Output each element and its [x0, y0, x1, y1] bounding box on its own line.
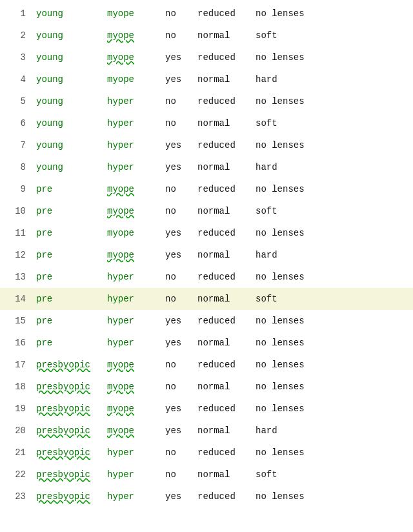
age-value: young	[36, 74, 107, 85]
table-row: 11premyopeyesreducedno lenses	[0, 222, 413, 244]
row-number: 8	[5, 162, 36, 172]
tear-value: reduced	[197, 228, 256, 238]
tear-value: normal	[197, 162, 256, 172]
lenses-value: no lenses	[256, 382, 314, 392]
lenses-value: soft	[256, 469, 314, 480]
lenses-value: no lenses	[256, 140, 314, 150]
age-value: presbyopic	[36, 447, 107, 458]
age-value: young	[36, 118, 107, 128]
spec-value: hyper	[107, 140, 165, 150]
spec-value: myope	[107, 184, 165, 194]
tear-value: normal	[197, 338, 256, 348]
astig-value: no	[165, 272, 197, 282]
age-value: young	[36, 162, 107, 172]
spec-value: myope	[107, 8, 165, 19]
tear-value: normal	[197, 206, 256, 216]
astig-value: no	[165, 469, 197, 480]
tear-value: normal	[197, 118, 256, 128]
tear-value: reduced	[197, 316, 256, 326]
table-row: 16prehyperyesnormalno lenses	[0, 332, 413, 354]
age-value: presbyopic	[36, 382, 107, 392]
lenses-value: no lenses	[256, 96, 314, 107]
age-value: pre	[36, 206, 107, 216]
row-number: 5	[5, 96, 36, 107]
tear-value: normal	[197, 250, 256, 260]
astig-value: yes	[165, 52, 197, 63]
age-value: presbyopic	[36, 404, 107, 414]
table-row: 14prehypernonormalsoft	[0, 288, 413, 310]
spec-value: myope	[107, 360, 165, 370]
age-value: presbyopic	[36, 469, 107, 480]
tear-value: normal	[197, 469, 256, 480]
astig-value: yes	[165, 162, 197, 172]
lenses-value: hard	[256, 425, 314, 436]
age-value: pre	[36, 316, 107, 326]
spec-value: hyper	[107, 491, 165, 502]
row-number: 17	[5, 360, 36, 370]
spec-value: myope	[107, 52, 165, 63]
table-row: 2youngmyopenonormalsoft	[0, 25, 413, 46]
tear-value: normal	[197, 425, 256, 436]
lenses-value: no lenses	[256, 52, 314, 63]
tear-value: reduced	[197, 360, 256, 370]
lenses-value: hard	[256, 162, 314, 172]
table-row: 23presbyopichyperyesreducedno lenses	[0, 486, 413, 507]
lenses-value: no lenses	[256, 228, 314, 238]
row-number: 13	[5, 272, 36, 282]
lenses-value: no lenses	[256, 8, 314, 19]
age-value: young	[36, 30, 107, 41]
table-row: 17presbyopicmyopenoreducedno lenses	[0, 354, 413, 376]
age-value: young	[36, 96, 107, 107]
lenses-value: no lenses	[256, 338, 314, 348]
row-number: 2	[5, 30, 36, 41]
table-row: 20presbyopicmyopeyesnormalhard	[0, 420, 413, 442]
age-value: pre	[36, 338, 107, 348]
row-number: 18	[5, 382, 36, 392]
tear-value: reduced	[197, 52, 256, 63]
astig-value: yes	[165, 404, 197, 414]
spec-value: hyper	[107, 294, 165, 304]
astig-value: no	[165, 118, 197, 128]
lenses-value: no lenses	[256, 360, 314, 370]
astig-value: yes	[165, 250, 197, 260]
table-row: 10premyopenonormalsoft	[0, 200, 413, 222]
spec-value: hyper	[107, 96, 165, 107]
spec-value: hyper	[107, 118, 165, 128]
row-number: 20	[5, 425, 36, 436]
row-number: 6	[5, 118, 36, 128]
row-number: 7	[5, 140, 36, 150]
astig-value: yes	[165, 74, 197, 85]
table-row: 13prehypernoreducedno lenses	[0, 266, 413, 288]
row-number: 4	[5, 74, 36, 85]
tear-value: reduced	[197, 404, 256, 414]
table-row: 1youngmyopenoreducedno lenses	[0, 3, 413, 25]
spec-value: myope	[107, 404, 165, 414]
spec-value: hyper	[107, 447, 165, 458]
tear-value: normal	[197, 294, 256, 304]
astig-value: no	[165, 360, 197, 370]
spec-value: myope	[107, 30, 165, 41]
lenses-value: soft	[256, 206, 314, 216]
tear-value: reduced	[197, 140, 256, 150]
lenses-value: no lenses	[256, 184, 314, 194]
astig-value: no	[165, 8, 197, 19]
astig-value: no	[165, 382, 197, 392]
tear-value: normal	[197, 30, 256, 41]
age-value: pre	[36, 228, 107, 238]
astig-value: no	[165, 30, 197, 41]
age-value: pre	[36, 250, 107, 260]
age-value: presbyopic	[36, 360, 107, 370]
lenses-value: hard	[256, 250, 314, 260]
lenses-value: no lenses	[256, 404, 314, 414]
table-row: 7younghyperyesreducedno lenses	[0, 134, 413, 156]
astig-value: yes	[165, 228, 197, 238]
table-row: 8younghyperyesnormalhard	[0, 156, 413, 178]
table-row: 9premyopenoreducedno lenses	[0, 178, 413, 200]
astig-value: yes	[165, 338, 197, 348]
tear-value: reduced	[197, 491, 256, 502]
lenses-value: no lenses	[256, 447, 314, 458]
age-value: pre	[36, 184, 107, 194]
row-number: 9	[5, 184, 36, 194]
row-number: 22	[5, 469, 36, 480]
row-number: 15	[5, 316, 36, 326]
